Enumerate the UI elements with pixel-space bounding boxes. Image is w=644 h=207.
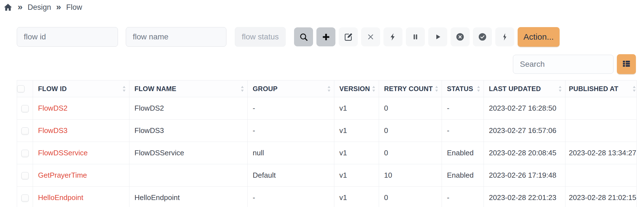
sort-icon <box>327 86 331 92</box>
enable-button[interactable] <box>473 27 492 46</box>
breadcrumb-design[interactable]: Design <box>28 3 51 12</box>
col-header-flow-name[interactable]: FLOW NAME <box>129 80 248 97</box>
plus-icon <box>321 32 331 42</box>
col-header-status[interactable]: STATUS <box>442 80 484 97</box>
check-circle-icon <box>478 32 487 41</box>
play-icon <box>434 33 442 41</box>
cell-version: v1 <box>334 164 379 187</box>
sort-icon <box>372 86 375 92</box>
sort-icon <box>633 86 636 92</box>
cell-retry-count: 0 <box>379 97 442 120</box>
cell-version: v1 <box>334 187 379 207</box>
row-checkbox[interactable] <box>21 105 29 113</box>
cell-group: Default <box>248 164 334 187</box>
row-checkbox[interactable] <box>21 194 29 202</box>
home-icon[interactable] <box>3 3 13 12</box>
row-checkbox[interactable] <box>21 127 29 135</box>
table-search-input[interactable] <box>513 55 614 74</box>
cell-retry-count: 0 <box>379 120 442 142</box>
cell-version: v1 <box>334 120 379 142</box>
flow-list-page: » Design » Flow <box>0 0 644 207</box>
cell-published-at: 2023-02-28 13:34:27 <box>565 142 637 164</box>
edit-button[interactable] <box>339 27 358 46</box>
select-all-checkbox[interactable] <box>17 85 25 93</box>
cell-group: null <box>248 142 334 164</box>
sort-icon <box>477 86 480 92</box>
pause-icon <box>411 33 420 41</box>
cell-flow-name: HelloEndpoint <box>129 187 248 207</box>
flow-id-link[interactable]: FlowDSService <box>38 149 88 157</box>
cell-retry-count: 0 <box>379 187 442 207</box>
cell-published-at <box>565 97 637 120</box>
row-checkbox[interactable] <box>21 172 29 180</box>
breadcrumb: » Design » Flow <box>3 2 82 12</box>
breadcrumb-flow[interactable]: Flow <box>66 3 82 12</box>
col-header-retry-count[interactable]: RETRY COUNT <box>379 80 442 97</box>
table-row: FlowDS2 FlowDS2 - v1 0 - 2023-02-27 16:2… <box>17 97 637 120</box>
cell-last-updated: 2023-02-26 17:19:48 <box>484 164 565 187</box>
sort-icon <box>558 86 562 92</box>
cell-status: Enabled <box>442 142 484 164</box>
cell-last-updated: 2023-02-27 16:28:50 <box>484 97 565 120</box>
col-header-published-at[interactable]: PUBLISHED AT <box>565 80 637 97</box>
breadcrumb-separator: » <box>18 2 23 12</box>
col-header-flow-id[interactable]: FLOW ID <box>33 80 129 97</box>
cell-published-at <box>565 120 637 142</box>
cell-last-updated: 2023-02-28 20:08:45 <box>484 142 565 164</box>
row-checkbox[interactable] <box>21 150 29 157</box>
action-dropdown-button[interactable]: Action... <box>518 27 560 47</box>
col-header-last-updated[interactable]: LAST UPDATED <box>484 80 565 97</box>
cancel-circle-icon <box>456 32 465 41</box>
col-header-version[interactable]: VERSION <box>334 80 379 97</box>
cell-last-updated: 2023-02-28 22:01:23 <box>484 187 565 207</box>
add-button[interactable] <box>316 27 335 46</box>
cell-status: - <box>442 120 484 142</box>
cell-flow-name: FlowDS3 <box>129 120 248 142</box>
flow-id-link[interactable]: GetPrayerTime <box>38 171 87 179</box>
table-row: FlowDS3 FlowDS3 - v1 0 - 2023-02-27 16:5… <box>17 120 637 142</box>
filter-toolbar: Action... <box>17 27 560 47</box>
cell-status: - <box>442 97 484 120</box>
cell-retry-count: 10 <box>379 164 442 187</box>
execute-button[interactable] <box>383 27 402 46</box>
table-search-row <box>513 54 636 74</box>
close-icon <box>366 33 375 41</box>
flow-status-select[interactable] <box>235 27 286 47</box>
flow-name-input[interactable] <box>126 27 226 47</box>
start-button[interactable] <box>428 27 447 46</box>
flow-table: FLOW ID FLOW NAME GROUP VERSION RETRY CO… <box>17 80 637 207</box>
cell-retry-count: 0 <box>379 142 442 164</box>
pause-button[interactable] <box>406 27 425 46</box>
search-button[interactable] <box>294 27 313 46</box>
bolt-thin-icon <box>500 32 509 41</box>
bolt-icon <box>389 32 397 41</box>
cell-published-at <box>565 164 637 187</box>
table-row: HelloEndpoint HelloEndpoint - v1 0 - 202… <box>17 187 637 207</box>
table-header-row: FLOW ID FLOW NAME GROUP VERSION RETRY CO… <box>17 80 637 97</box>
flow-id-link[interactable]: FlowDS2 <box>38 104 67 112</box>
trigger-button[interactable] <box>495 27 514 46</box>
sort-icon <box>435 86 438 92</box>
cell-last-updated: 2023-02-27 16:57:06 <box>484 120 565 142</box>
table-list-icon <box>622 59 631 69</box>
cell-group: - <box>248 97 334 120</box>
column-view-button[interactable] <box>617 54 636 74</box>
cell-published-at: 2023-02-28 21:02:15 <box>565 187 637 207</box>
cell-group: - <box>248 187 334 207</box>
cell-flow-name: FlowDS2 <box>129 97 248 120</box>
table-row: GetPrayerTime Default v1 10 Enabled 2023… <box>17 164 637 187</box>
clear-button[interactable] <box>361 27 380 46</box>
flow-id-link[interactable]: HelloEndpoint <box>38 193 83 202</box>
cell-status: - <box>442 187 484 207</box>
cell-version: v1 <box>334 142 379 164</box>
table-row: FlowDSService FlowDSService null v1 0 En… <box>17 142 637 164</box>
flow-id-link[interactable]: FlowDS3 <box>38 126 67 135</box>
flow-id-input[interactable] <box>17 27 118 47</box>
disable-button[interactable] <box>451 27 470 46</box>
cell-version: v1 <box>334 97 379 120</box>
cell-flow-name: FlowDSService <box>129 142 248 164</box>
col-header-group[interactable]: GROUP <box>248 80 334 97</box>
cell-flow-name <box>129 164 248 187</box>
cell-group: - <box>248 120 334 142</box>
sort-icon <box>122 86 126 92</box>
